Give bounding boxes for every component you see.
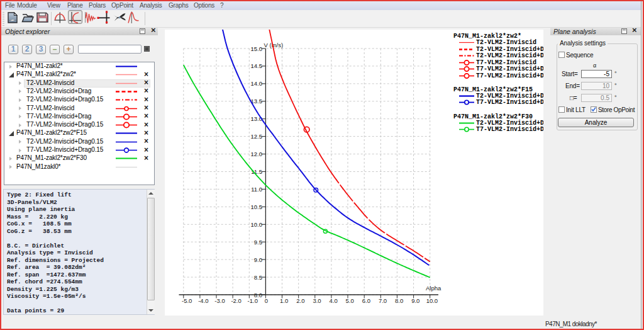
svg-text:9.0: 9.0 [411,297,419,304]
svg-text:12.5: 12.5 [251,133,263,140]
svg-text:10.0: 10.0 [426,297,438,304]
svg-text:8.5: 8.5 [254,274,262,281]
svg-text:4.0: 4.0 [329,297,337,304]
svg-text:Alpha: Alpha [426,285,441,292]
svg-text:10.5: 10.5 [251,203,263,210]
svg-text:9.0: 9.0 [254,256,262,263]
svg-text:0: 0 [265,297,268,304]
svg-text:8.0: 8.0 [395,297,403,304]
svg-text:-5.0: -5.0 [182,297,192,304]
svg-text:15.0: 15.0 [251,45,263,52]
svg-text:11.0: 11.0 [251,186,262,193]
svg-text:1.0: 1.0 [280,297,288,304]
svg-text:10.0: 10.0 [251,221,263,228]
svg-text:-2.0: -2.0 [231,297,241,304]
svg-text:9.5: 9.5 [254,239,262,246]
svg-text:-3.0: -3.0 [214,297,225,304]
svg-text:14.0: 14.0 [251,80,263,87]
svg-text:6.0: 6.0 [362,297,370,304]
svg-text:-1.0: -1.0 [248,297,258,304]
svg-text:-4.0: -4.0 [198,297,208,304]
svg-text:14.5: 14.5 [251,62,263,69]
svg-text:12.0: 12.0 [251,151,263,157]
svg-text:5.0: 5.0 [346,297,354,304]
svg-text:3.0: 3.0 [313,297,321,304]
svg-text:2.0: 2.0 [296,297,304,304]
svg-text:7.0: 7.0 [379,297,387,304]
